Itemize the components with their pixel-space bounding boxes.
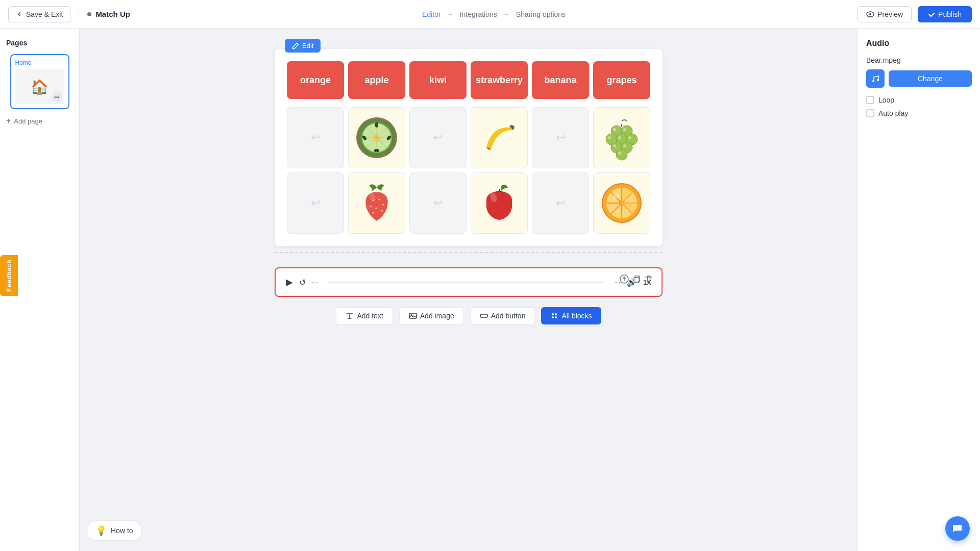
edit-label: Edit <box>302 42 313 49</box>
add-image-button[interactable]: Add image <box>399 307 464 324</box>
add-page-label: Add page <box>14 117 42 125</box>
autoplay-checkbox-row: Auto play <box>866 109 972 117</box>
page-thumbnail[interactable]: Home 🏠 ••• <box>10 54 69 109</box>
nav-right: Preview Publish <box>857 6 972 22</box>
player-actions <box>620 274 653 286</box>
image-cell-2-5[interactable]: ↩ <box>532 172 589 234</box>
page-thumb-preview: 🏠 ••• <box>15 69 64 104</box>
loop-checkbox[interactable] <box>866 96 874 104</box>
arrow-icon-2-3: ↩ <box>433 196 443 210</box>
feedback-tab[interactable]: Feedback <box>0 255 18 296</box>
trash-icon <box>644 274 653 284</box>
how-to-label: How to <box>111 527 133 535</box>
images-section: ↩ <box>287 107 650 234</box>
svg-point-27 <box>616 149 627 160</box>
autoplay-checkbox[interactable] <box>866 109 874 117</box>
arrow-icon-2-1: ↩ <box>311 196 320 210</box>
dot-indicator <box>87 12 91 16</box>
chat-icon <box>952 523 963 534</box>
image-cell-1-5[interactable]: ↩ <box>532 107 589 168</box>
arrow-icon-2-5: ↩ <box>556 196 565 210</box>
upload-icon <box>620 274 629 284</box>
add-page-button[interactable]: + Add page <box>6 116 42 126</box>
image-cell-1-3[interactable]: ↩ <box>409 107 467 168</box>
svg-point-34 <box>623 144 626 147</box>
preview-button[interactable]: Preview <box>857 6 912 22</box>
nav-arrow-1: → <box>447 10 454 18</box>
change-audio-button[interactable]: Change <box>889 70 972 87</box>
svg-point-33 <box>613 144 616 147</box>
apple-image <box>476 180 522 226</box>
image-cell-1-4[interactable] <box>471 107 528 168</box>
image-cell-2-4[interactable] <box>471 172 528 234</box>
add-blocks-row: Add text Add image Add button <box>336 307 601 324</box>
preview-label: Preview <box>877 10 903 18</box>
word-tile-grapes: grapes <box>593 61 650 99</box>
page-thumb-title: Home <box>15 59 64 66</box>
audio-file-name: Bear.mpeg <box>866 56 972 64</box>
svg-rect-58 <box>480 314 487 317</box>
dashed-separator <box>275 252 663 253</box>
save-exit-label: Save & Exit <box>26 10 63 18</box>
image-cell-1-6[interactable] <box>593 107 650 168</box>
copy-icon <box>632 274 641 284</box>
change-btn-row: Change <box>866 69 972 88</box>
loop-checkbox-row: Loop <box>866 96 972 104</box>
music-icon <box>871 74 880 83</box>
right-panel: Audio Bear.mpeg Change Loop Auto play <box>857 29 980 551</box>
nav-sharing-step[interactable]: Sharing options <box>516 10 566 18</box>
word-tile-strawberry: strawberry <box>471 61 528 99</box>
music-icon-button[interactable] <box>866 69 885 88</box>
add-button-button[interactable]: Add button <box>470 307 535 324</box>
svg-point-32 <box>628 136 631 139</box>
image-cell-2-1[interactable]: ↩ <box>287 172 344 234</box>
upload-button[interactable] <box>620 274 629 286</box>
all-blocks-button[interactable]: All blocks <box>541 307 601 324</box>
arrow-left-icon <box>16 11 23 18</box>
add-text-button[interactable]: Add text <box>336 307 393 324</box>
game-card: Edit orange apple kiwi strawberry banana… <box>275 49 663 246</box>
loop-label: Loop <box>878 96 894 104</box>
image-cell-2-2[interactable] <box>348 172 405 234</box>
thumb-more-button[interactable]: ••• <box>52 92 62 102</box>
add-button-label: Add button <box>491 312 526 320</box>
svg-point-59 <box>552 313 554 315</box>
check-icon <box>928 11 935 18</box>
publish-label: Publish <box>938 10 962 18</box>
edit-button[interactable]: Edit <box>285 39 321 53</box>
copy-button[interactable] <box>632 274 641 286</box>
pages-title: Pages <box>6 39 27 47</box>
button-icon <box>480 312 488 320</box>
orange-image <box>599 180 645 226</box>
play-button[interactable]: ▶ <box>286 277 293 288</box>
progress-bar[interactable] <box>328 282 604 283</box>
lightbulb-icon: 💡 <box>95 525 107 536</box>
word-tile-apple: apple <box>348 61 405 99</box>
canvas-area: Edit orange apple kiwi strawberry banana… <box>80 29 857 551</box>
add-image-label: Add image <box>420 312 454 320</box>
page-title: Match Up <box>95 10 130 18</box>
pencil-icon <box>292 42 299 49</box>
top-nav: Save & Exit Match Up Editor → Integratio… <box>0 0 980 29</box>
images-row-1: ↩ <box>287 107 650 168</box>
image-cell-1-1[interactable]: ↩ <box>287 107 344 168</box>
main-layout: Feedback Pages Home 🏠 ••• + Add page <box>0 29 980 551</box>
plus-icon: + <box>6 116 11 126</box>
chat-bubble-button[interactable] <box>945 516 970 541</box>
rewind-button[interactable]: ↺ <box>299 278 306 287</box>
nav-editor-step[interactable]: Editor <box>422 10 441 18</box>
publish-button[interactable]: Publish <box>918 6 972 22</box>
all-blocks-label: All blocks <box>561 312 592 320</box>
nav-integrations-step[interactable]: Integrations <box>460 10 497 18</box>
audio-player: ▶ ↺ -:- -:- 🔊 1X <box>275 267 663 297</box>
image-cell-1-2[interactable] <box>348 107 405 168</box>
image-cell-2-3[interactable]: ↩ <box>409 172 467 234</box>
text-icon <box>346 312 354 320</box>
how-to-button[interactable]: 💡 How to <box>87 520 142 541</box>
delete-button[interactable] <box>644 274 653 286</box>
current-time: -:- <box>312 279 317 286</box>
arrow-icon-1-5: ↩ <box>556 131 565 144</box>
save-exit-button[interactable]: Save & Exit <box>8 6 70 22</box>
image-cell-2-6[interactable] <box>593 172 650 234</box>
page-thumb-icon: 🏠 <box>31 79 48 95</box>
